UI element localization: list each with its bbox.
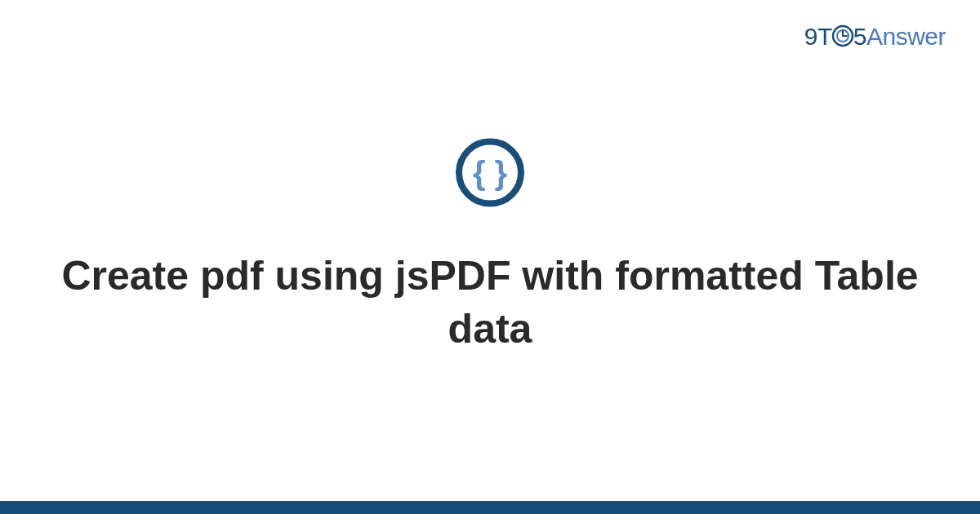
brand-logo: 9T5Answer: [804, 23, 946, 51]
logo-text-5: 5: [853, 23, 866, 50]
logo-text-answer: Answer: [866, 23, 946, 50]
logo-text-9t: 9T: [804, 23, 832, 50]
main-content: { } Create pdf using jsPDF with formatte…: [0, 137, 980, 356]
page-title: Create pdf using jsPDF with formatted Ta…: [0, 250, 980, 356]
footer-accent-bar: [0, 501, 980, 514]
code-braces-icon: { }: [454, 137, 526, 209]
svg-text:{ }: { }: [473, 155, 507, 191]
clock-icon: [831, 24, 854, 47]
